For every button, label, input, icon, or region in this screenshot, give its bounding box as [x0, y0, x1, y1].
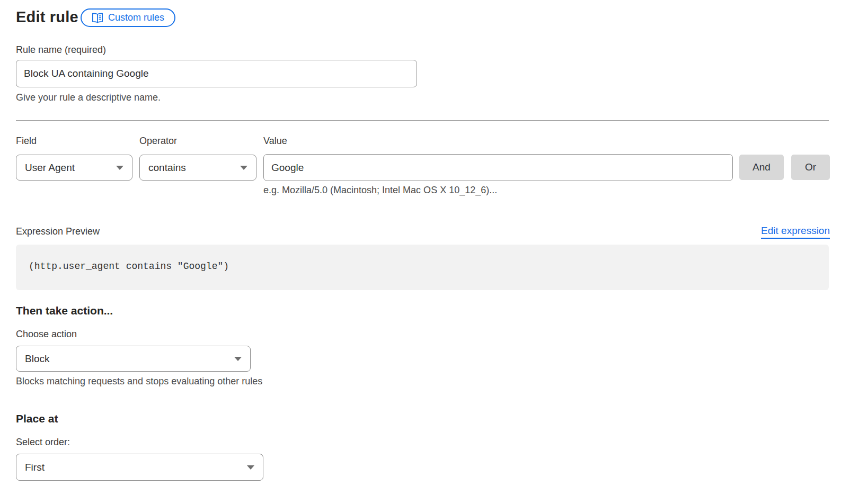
choose-action-label: Choose action	[16, 329, 77, 340]
chevron-down-icon	[116, 166, 123, 170]
operator-select-value: contains	[148, 162, 186, 174]
custom-rules-label: Custom rules	[108, 12, 164, 23]
rule-name-input[interactable]	[16, 60, 417, 87]
value-input[interactable]	[263, 154, 733, 181]
select-order-label: Select order:	[16, 437, 70, 448]
field-select[interactable]: User Agent	[16, 155, 132, 181]
order-select[interactable]: First	[16, 454, 263, 481]
expression-preview-label: Expression Preview	[16, 226, 100, 237]
operator-label: Operator	[139, 136, 177, 147]
field-select-value: User Agent	[25, 162, 75, 174]
page-title: Edit rule	[16, 8, 78, 26]
expression-code-block: (http.user_agent contains "Google")	[16, 245, 829, 290]
value-help: e.g. Mozilla/5.0 (Macintosh; Intel Mac O…	[263, 185, 497, 196]
action-help: Blocks matching requests and stops evalu…	[16, 376, 262, 387]
action-heading: Then take action...	[16, 304, 113, 317]
chevron-down-icon	[234, 357, 242, 361]
field-label: Field	[16, 136, 37, 147]
edit-rule-page: Edit rule Custom rules Rule name (requir…	[0, 0, 841, 504]
and-button[interactable]: And	[739, 155, 784, 180]
rule-name-label: Rule name (required)	[16, 44, 106, 56]
action-select-value: Block	[25, 353, 49, 365]
custom-rules-docs-button[interactable]: Custom rules	[81, 8, 175, 27]
chevron-down-icon	[240, 166, 247, 170]
place-at-heading: Place at	[16, 412, 58, 425]
operator-select[interactable]: contains	[139, 155, 256, 181]
section-divider	[16, 120, 829, 121]
edit-expression-link[interactable]: Edit expression	[761, 225, 830, 239]
open-book-icon	[92, 13, 103, 23]
value-label: Value	[263, 136, 287, 147]
chevron-down-icon	[247, 465, 254, 470]
order-select-value: First	[25, 462, 45, 473]
expression-code: (http.user_agent contains "Google")	[29, 261, 229, 272]
rule-name-help: Give your rule a descriptive name.	[16, 92, 161, 103]
or-button[interactable]: Or	[791, 155, 830, 180]
action-select[interactable]: Block	[16, 346, 251, 372]
